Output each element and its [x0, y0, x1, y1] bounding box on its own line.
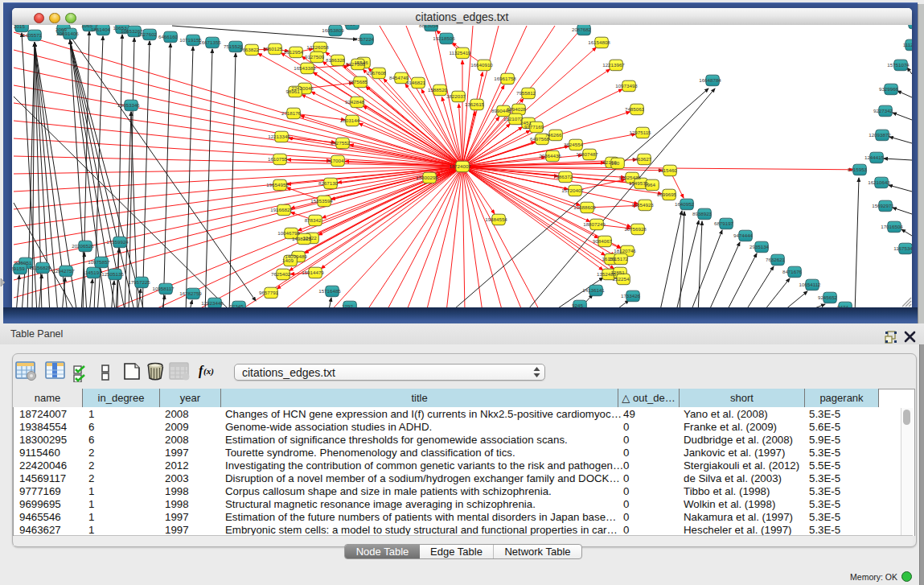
svg-text:1498222: 1498222 [292, 236, 312, 241]
svg-text:16640910: 16640910 [470, 62, 493, 68]
svg-text:15751074: 15751074 [887, 62, 910, 68]
svg-text:12851: 12851 [610, 270, 625, 275]
svg-text:1615172: 1615172 [609, 256, 629, 262]
svg-text:7955812: 7955812 [516, 90, 536, 96]
svg-text:1861404: 1861404 [91, 27, 111, 32]
svg-text:20691406: 20691406 [56, 31, 79, 36]
svg-text:16154808: 16154808 [588, 39, 610, 45]
svg-text:(x): (x) [203, 366, 214, 377]
svg-text:20206526: 20206526 [72, 243, 94, 249]
svg-text:2718176: 2718176 [281, 110, 302, 116]
svg-text:9127509: 9127509 [305, 54, 325, 60]
svg-text:3875685: 3875685 [348, 79, 368, 84]
svg-text:9115460: 9115460 [658, 167, 677, 173]
svg-text:7485063: 7485063 [625, 106, 645, 112]
svg-text:11156829: 11156829 [30, 265, 51, 270]
svg-text:18807249: 18807249 [583, 221, 606, 227]
svg-text:16053809: 16053809 [322, 27, 344, 33]
svg-text:3624554: 3624554 [564, 142, 584, 147]
svg-text:878342: 878342 [305, 217, 322, 223]
svg-text:20364436: 20364436 [539, 153, 561, 159]
svg-text:18120746: 18120746 [614, 248, 636, 253]
svg-text:8813: 8813 [344, 25, 355, 27]
svg-text:17359924: 17359924 [106, 239, 129, 245]
svg-text:11325419: 11325419 [449, 50, 471, 56]
svg-text:417004: 417004 [327, 158, 344, 163]
svg-text:8960125: 8960125 [263, 46, 283, 51]
svg-text:19384554: 19384554 [485, 216, 507, 222]
svg-text:14136141: 14136141 [582, 287, 605, 293]
svg-text:7357224: 7357224 [355, 36, 375, 42]
svg-text:12213967: 12213967 [602, 62, 625, 68]
svg-text:12093872: 12093872 [869, 132, 891, 138]
svg-text:1405571: 1405571 [23, 32, 43, 38]
svg-text:7986372: 7986372 [553, 174, 573, 179]
svg-text:16648784: 16648784 [699, 77, 721, 83]
svg-text:1167534: 1167534 [893, 245, 912, 251]
svg-text:15353594: 15353594 [310, 198, 333, 204]
svg-text:1244415: 1244415 [864, 154, 885, 160]
svg-text:16671355: 16671355 [199, 39, 221, 45]
svg-text:8186328: 8186328 [326, 57, 346, 63]
svg-text:13226058: 13226058 [306, 44, 329, 50]
svg-text:9777169: 9777169 [524, 124, 544, 130]
svg-text:1588520: 1588520 [428, 87, 448, 93]
svg-text:252254: 252254 [613, 276, 630, 282]
svg-text:9657791: 9657791 [259, 290, 279, 295]
svg-text:8267130: 8267130 [318, 180, 339, 186]
svg-text:0699695: 0699695 [657, 192, 677, 197]
svg-text:2967608: 2967608 [367, 70, 387, 76]
svg-text:19218506: 19218506 [433, 35, 455, 41]
svg-text:16210643: 16210643 [868, 179, 890, 185]
svg-text:10807487: 10807487 [576, 151, 598, 157]
svg-text:2803144: 2803144 [340, 117, 360, 123]
svg-text:2015: 2015 [14, 25, 25, 29]
svg-text:39159: 39159 [12, 266, 25, 271]
svg-text:18300295: 18300295 [416, 175, 438, 180]
svg-text:15692971: 15692971 [872, 203, 894, 208]
svg-text:12213349: 12213349 [268, 134, 290, 139]
svg-text:16543382: 16543382 [294, 65, 316, 71]
svg-text:1409: 1409 [282, 257, 294, 263]
svg-text:17957225: 17957225 [128, 279, 150, 285]
svg-text:19166827: 19166827 [270, 207, 293, 212]
svg-text:1112: 1112 [908, 25, 912, 26]
svg-text:8215953: 8215953 [848, 167, 868, 172]
svg-text:6466160: 6466160 [158, 34, 179, 39]
svg-text:2935134: 2935134 [749, 244, 770, 249]
svg-text:7663822: 7663822 [240, 47, 260, 52]
svg-text:160: 160 [611, 160, 620, 166]
svg-text:8938923: 8938923 [692, 211, 713, 216]
svg-text:8813054: 8813054 [419, 25, 439, 28]
svg-text:9146821: 9146821 [406, 80, 426, 85]
svg-text:10975857: 10975857 [88, 259, 110, 265]
svg-text:9242848: 9242848 [345, 99, 365, 105]
svg-text:18724007: 18724007 [449, 163, 471, 169]
svg-text:10973493: 10973493 [615, 83, 638, 89]
svg-text:10958117: 10958117 [152, 286, 175, 291]
svg-text:7625402: 7625402 [271, 271, 291, 277]
svg-text:1527602: 1527602 [138, 31, 158, 37]
svg-text:12923448: 12923448 [201, 300, 224, 306]
svg-text:9084067: 9084067 [593, 238, 613, 244]
svg-text:19654955: 19654955 [266, 182, 289, 187]
svg-text:12975115: 12975115 [629, 130, 651, 135]
svg-text:10025438: 10025438 [618, 175, 641, 180]
svg-text:9964: 9964 [644, 182, 655, 187]
svg-text:9463627: 9463627 [632, 156, 652, 162]
svg-text:10756928: 10756928 [624, 226, 647, 232]
svg-text:8427552: 8427552 [331, 140, 351, 146]
svg-text:10654112: 10654112 [799, 282, 821, 287]
svg-text:2087682: 2087682 [572, 27, 592, 32]
svg-text:9329966: 9329966 [879, 86, 899, 92]
svg-text:114519: 114519 [83, 270, 100, 275]
svg-text:1362615: 1362615 [465, 101, 485, 107]
svg-text:15716485: 15716485 [318, 288, 341, 294]
svg-text:10046798: 10046798 [277, 230, 300, 236]
svg-text:746266: 746266 [545, 132, 562, 138]
svg-text:17016504: 17016504 [881, 224, 903, 229]
svg-text:10688609: 10688609 [573, 204, 596, 210]
svg-text:6879197: 6879197 [714, 220, 734, 226]
svg-text:8471676: 8471676 [782, 269, 803, 274]
svg-text:98961: 98961 [285, 89, 300, 94]
